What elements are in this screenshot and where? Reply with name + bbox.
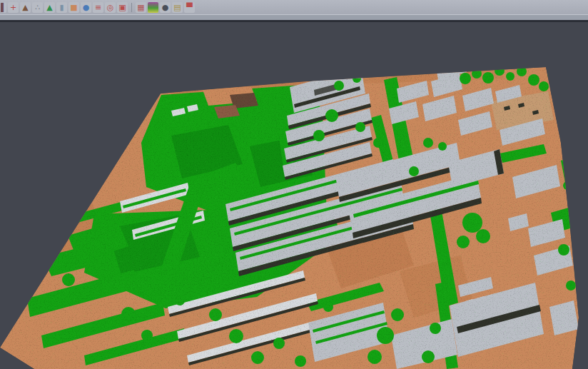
terrain-green-icon[interactable]: ▲ [44,2,55,13]
viewport-3d[interactable] [0,0,588,369]
sphere-icon[interactable]: ● [160,2,171,13]
target-icon[interactable]: ◎ [105,2,116,13]
list-icon[interactable]: ≡ [93,2,103,13]
ortho-square-icon[interactable]: ■ [69,2,79,13]
toolbar-icons: ▌+▲∴▲▮■●≡◎▣▦●▤▀ [0,2,196,13]
colormap-icon[interactable] [148,2,158,13]
flag-icon[interactable]: ▀ [184,2,195,13]
grid-icon[interactable]: ▦ [136,2,146,13]
toolbar-separator-line [131,3,132,12]
clipped-edge-icon[interactable]: ▌ [1,2,6,13]
point-pick-icon[interactable]: + [8,2,19,13]
profile-icon[interactable]: ▮ [56,2,67,13]
toolbar: ▌+▲∴▲▮■●≡◎▣▦●▤▀ [0,0,588,14]
tree [547,70,556,79]
viewport-top-border [0,20,588,22]
app-window: { "toolbar": { "icons": [ {"name": "clip… [0,0,588,369]
tree [395,67,404,76]
point-noise-dark [0,0,588,369]
globe-icon[interactable]: ● [81,2,91,13]
expand-icon[interactable]: ▣ [117,2,128,13]
terrain-brown-icon[interactable]: ▲ [20,2,31,13]
label-icon[interactable]: ▤ [172,2,183,13]
point-cloud-scene [0,0,588,369]
points-icon[interactable]: ∴ [32,2,43,13]
toolbar-separator [0,14,588,20]
